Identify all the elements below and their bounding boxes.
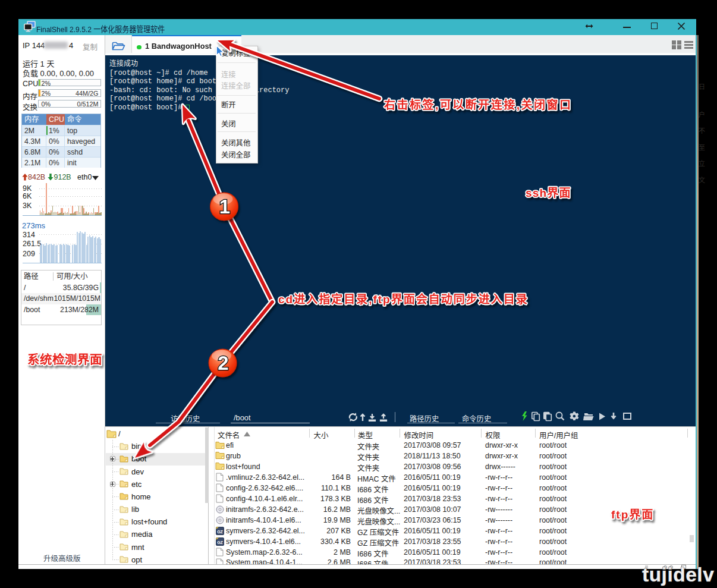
svg-text:GZ: GZ	[217, 540, 223, 544]
svg-text:GZ: GZ	[217, 529, 223, 533]
svg-text:tujidelv: tujidelv	[642, 564, 714, 586]
